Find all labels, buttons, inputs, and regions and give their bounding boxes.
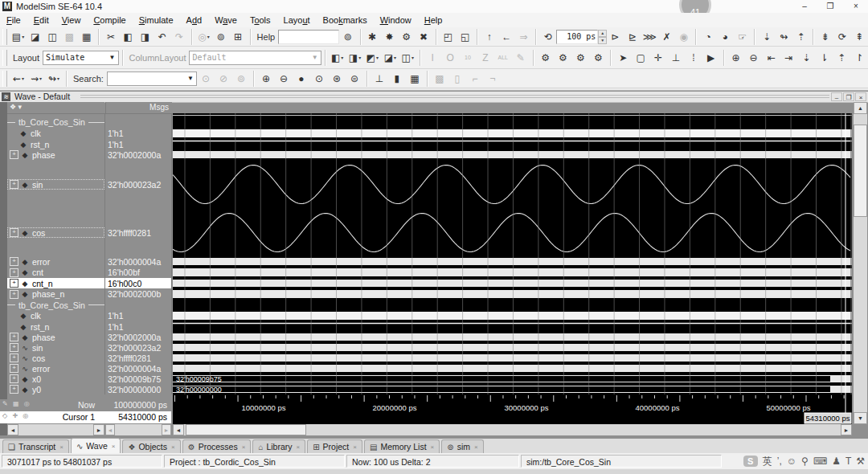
tab-wave[interactable]: ∿Wave× xyxy=(71,438,121,453)
signal-value-rst_n[interactable]: 1'h1 xyxy=(105,139,171,149)
signal-row-clk[interactable]: ◆clk xyxy=(7,128,104,139)
wave-bar-mode-button[interactable]: ▮ xyxy=(389,71,405,87)
edit-cursor-mode-button[interactable]: ⊥ xyxy=(668,50,684,66)
run-length-field[interactable] xyxy=(556,30,598,44)
signal-row-clk[interactable]: ◆clk xyxy=(7,310,104,321)
search-input-dropdown-icon[interactable]: ▼ xyxy=(185,75,196,82)
signal-value-error[interactable]: 32'h0000004a xyxy=(105,256,171,267)
add-selected-to-list-button[interactable]: ⇝▾ xyxy=(28,71,44,87)
menu-edit[interactable]: Edit xyxy=(27,14,55,27)
signal-row-phase[interactable]: +◆phase xyxy=(7,149,104,160)
tab-processes[interactable]: ⚙Processes× xyxy=(182,439,252,453)
config-gear-button-d[interactable]: ⚙ xyxy=(590,50,606,66)
select-mode-button[interactable]: ➤ xyxy=(615,50,631,66)
tab-close-icon[interactable]: × xyxy=(59,443,63,451)
signal-value-clk[interactable]: 1'h1 xyxy=(105,310,171,321)
continue-run-button[interactable]: ⊵ xyxy=(624,29,640,45)
menu-add[interactable]: Add xyxy=(180,14,209,27)
config-gear-button-a[interactable]: ⚙ xyxy=(538,50,554,66)
signal-row-error[interactable]: +∿error xyxy=(7,363,104,374)
help-search-input[interactable] xyxy=(278,30,339,44)
next-transition-button[interactable]: ⇥ xyxy=(780,50,796,66)
columnlayout-select-dropdown-icon[interactable]: ▼ xyxy=(309,54,321,61)
keyboard-icon[interactable]: ⌨ xyxy=(813,456,827,467)
add-to-log-button[interactable]: ◩▾ xyxy=(364,50,380,66)
menu-wave[interactable]: Wave xyxy=(208,14,244,27)
memory-profile-button[interactable]: ◕ xyxy=(718,29,733,45)
signal-row-cos[interactable]: +◆cos xyxy=(7,209,104,256)
search-input[interactable]: ▼ xyxy=(107,72,197,86)
help-search-button[interactable]: ⊚ xyxy=(340,29,355,45)
run-length-spinner[interactable]: ▲▼ xyxy=(598,30,607,44)
signal-row-error[interactable]: +◆error xyxy=(7,256,104,267)
dataset-view-button[interactable]: ◱ xyxy=(457,29,473,45)
menu-layout[interactable]: Layout xyxy=(277,14,317,27)
signal-value-clk[interactable]: 1'h1 xyxy=(105,128,171,139)
expand-icon[interactable]: + xyxy=(10,353,18,362)
pause-hand-button[interactable]: ☞ xyxy=(735,29,750,45)
language-indicator[interactable]: 英 xyxy=(763,455,772,468)
zoom-out-button[interactable]: ⊖ xyxy=(276,71,292,87)
config-gear-button-c[interactable]: ⚙ xyxy=(572,50,588,66)
expand-icon[interactable]: + xyxy=(10,385,18,394)
now-row[interactable]: ✎ ▦ ◎ Now 100000000 ps xyxy=(0,399,171,411)
signal-row-sin[interactable]: +∿sin xyxy=(7,342,104,353)
restore-button[interactable]: ❐ xyxy=(818,0,842,13)
insert-cursor-button[interactable]: ⊕ xyxy=(728,50,744,66)
tab-memory-list[interactable]: ▤Memory List× xyxy=(364,439,440,453)
run-all-button[interactable]: ⋙ xyxy=(642,29,657,45)
tab-close-icon[interactable]: × xyxy=(353,443,357,451)
step-return-button[interactable]: ⇞ xyxy=(852,29,867,45)
microphone-icon[interactable]: ⚲ xyxy=(801,456,809,467)
add-to-watch-button[interactable]: ◫▾ xyxy=(399,50,416,66)
tab-close-icon[interactable]: × xyxy=(242,443,246,451)
signal-value-phase[interactable]: 32'h0002000a xyxy=(105,332,171,342)
signal-row-cnt_n[interactable]: +◆cnt_n xyxy=(7,278,104,288)
compile-all-button[interactable]: ✸ xyxy=(382,29,397,45)
signal-value-error[interactable]: 32'h0000004a xyxy=(105,363,171,374)
menu-view[interactable]: View xyxy=(55,14,88,27)
wave-window-header[interactable]: ≋ Wave - Default – ❐ × xyxy=(0,92,868,103)
menu-tools[interactable]: Tools xyxy=(244,14,277,27)
signal-name-pane[interactable]: tb_Core_Cos_Sin◆clk◆rst_n+◆phase+◆sin+◆c… xyxy=(7,113,105,394)
previous-falling-edge-button[interactable]: ⇣ xyxy=(798,50,814,66)
punctuation-icon[interactable]: ’, xyxy=(777,456,782,467)
copy-button[interactable]: ◧ xyxy=(121,29,136,45)
waveform-canvas[interactable]: 32'h00009b7532'h00000000 xyxy=(173,113,852,394)
cursor-row[interactable]: ◇ ✛ ◎ Cursor 1 54310000 ps xyxy=(0,411,171,423)
wave-cursor-mode-button[interactable]: ⊥ xyxy=(371,71,387,87)
wave-close-button[interactable]: × xyxy=(855,92,866,101)
goto-hierarchy-button[interactable]: ⊞ xyxy=(230,29,245,45)
traffic-light-button[interactable]: ▶ xyxy=(703,50,719,66)
signal-filter-icon[interactable]: ❖ ▾ xyxy=(10,103,22,111)
find-button[interactable]: ⊚ xyxy=(213,29,228,45)
wave-restore-button[interactable]: ❐ xyxy=(843,92,854,101)
signal-value-sin[interactable]: 32'h000023a2 xyxy=(105,342,171,353)
group-divider[interactable]: tb_Core_Cos_Sin xyxy=(7,116,104,128)
tab-close-icon[interactable]: × xyxy=(297,443,301,451)
step-current-button[interactable]: ⇟ xyxy=(817,29,833,45)
signal-row-rst_n[interactable]: ◆rst_n xyxy=(7,139,104,149)
tab-close-icon[interactable]: × xyxy=(171,443,175,451)
paste-button[interactable]: ◨ xyxy=(137,29,153,45)
columnlayout-select[interactable]: Default▼ xyxy=(189,51,321,65)
restart-button[interactable]: ⟲ xyxy=(540,29,555,45)
tab-library[interactable]: ⌂Library× xyxy=(252,439,305,453)
user-icon[interactable]: ♟ xyxy=(832,456,841,467)
expand-icon[interactable]: + xyxy=(10,228,18,237)
signal-row-cos[interactable]: +∿cos xyxy=(7,353,104,363)
expand-icon[interactable]: + xyxy=(10,374,18,383)
tab-close-icon[interactable]: × xyxy=(112,443,116,450)
config-gear-button-b[interactable]: ⚙ xyxy=(555,50,571,66)
undo-button[interactable]: ↶ xyxy=(154,29,170,45)
zoom-in-on-cursor-button[interactable]: ⊙ xyxy=(311,71,327,87)
layout-select[interactable]: Simulate▼ xyxy=(43,51,119,65)
zoom-other-button[interactable]: ⊜ xyxy=(346,71,362,87)
signal-row-cnt[interactable]: +◆cnt xyxy=(7,267,104,278)
expand-icon[interactable]: + xyxy=(10,257,18,266)
environment-back-button[interactable]: ← xyxy=(499,29,514,45)
signal-value-cos[interactable]: 32'hffff0281 xyxy=(105,353,171,363)
add-to-wave-button[interactable]: ◧▾ xyxy=(330,50,346,66)
wave-window-grip[interactable] xyxy=(80,95,829,100)
signal-row-x0[interactable]: +◆x0 xyxy=(7,374,104,384)
